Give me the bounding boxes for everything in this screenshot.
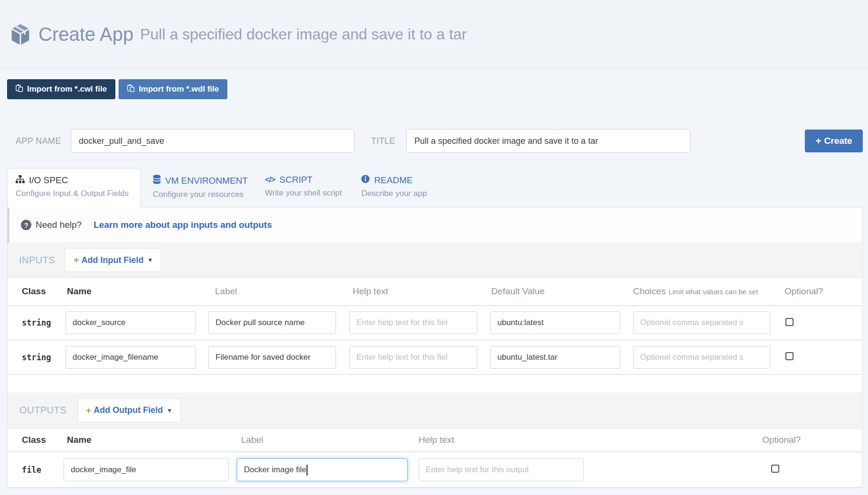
add-output-field-label: Add Output Field	[93, 405, 163, 415]
import-wdl-button[interactable]: Import from *.wdl file	[119, 79, 227, 99]
tab-sublabel: Configure Input & Output Fields	[16, 189, 140, 198]
input-help-field[interactable]	[349, 311, 477, 334]
column-header-name: Name	[64, 435, 229, 445]
input-help-field[interactable]	[349, 346, 477, 369]
tab-script[interactable]: </> SCRIPT Write your shell script	[265, 168, 342, 207]
caret-down-icon: ▼	[167, 407, 172, 414]
input-class: string	[22, 318, 65, 327]
learn-more-link[interactable]: Learn more about app inputs and outputs	[93, 220, 272, 230]
database-icon	[153, 175, 161, 187]
input-name-field[interactable]	[65, 311, 196, 334]
tab-bar: I/O SPEC Configure Input & Output Fields…	[7, 168, 868, 207]
page-title: Create App	[38, 24, 133, 45]
page-subtitle: Pull a specified docker image and save i…	[140, 26, 467, 43]
optional-checkbox[interactable]	[785, 318, 793, 326]
sitemap-icon	[16, 175, 25, 186]
column-header-help: Help text	[349, 286, 477, 297]
title-label: TITLE	[371, 136, 395, 146]
need-help-row: ? Need help? Learn more about app inputs…	[7, 207, 862, 243]
outputs-section-label: OUTPUTS	[19, 405, 66, 416]
need-help-text: Need help?	[36, 220, 82, 230]
input-default-field[interactable]	[490, 346, 620, 369]
create-button-label: Create	[824, 136, 852, 146]
text-cursor	[307, 465, 308, 476]
table-row: file	[8, 452, 862, 488]
tab-io-spec[interactable]: I/O SPEC Configure Input & Output Fields	[7, 168, 140, 207]
column-header-class: Class	[22, 435, 64, 445]
column-header-choices: ChoicesLimit what values can be set	[633, 286, 770, 297]
outputs-section-header: OUTPUTS + Add Output Field ▼	[8, 392, 862, 429]
question-icon: ?	[21, 220, 31, 230]
code-icon: </>	[265, 175, 275, 185]
tab-label: SCRIPT	[280, 175, 313, 185]
plus-icon: +	[74, 255, 79, 265]
page-header: Create App Pull a specified docker image…	[0, 0, 868, 69]
table-row: string	[8, 306, 862, 340]
column-header-optional: Optional?	[784, 286, 837, 297]
tab-sublabel: Describe your app	[361, 189, 427, 198]
optional-checkbox[interactable]	[771, 465, 779, 473]
column-header-class: Class	[22, 286, 65, 297]
input-choices-field[interactable]	[633, 311, 770, 334]
import-cwl-button[interactable]: Import from *.cwl file	[7, 79, 115, 99]
inputs-section-header: INPUTS + Add Input Field ▼	[8, 243, 862, 278]
io-spec-panel: ? Need help? Learn more about app inputs…	[7, 207, 863, 488]
import-toolbar: Import from *.cwl file Import from *.wdl…	[7, 79, 868, 99]
input-choices-field[interactable]	[633, 346, 770, 369]
input-name-field[interactable]	[65, 346, 196, 369]
add-output-field-button[interactable]: + Add Output Field ▼	[77, 399, 181, 422]
tab-vm-environment[interactable]: VM ENVIRONMENT Configure your resources	[153, 168, 248, 207]
add-input-field-button[interactable]: + Add Input Field ▼	[65, 248, 161, 272]
paste-icon	[16, 84, 23, 94]
inputs-table-header: Class Name Label Help text Default Value…	[8, 278, 862, 306]
output-help-field[interactable]	[419, 458, 584, 481]
column-header-name: Name	[65, 286, 196, 297]
create-button[interactable]: + Create	[805, 130, 863, 152]
tab-readme[interactable]: README Describe your app	[361, 168, 427, 207]
output-name-field[interactable]	[64, 458, 229, 481]
import-wdl-label: Import from *.wdl file	[139, 84, 219, 94]
column-header-optional: Optional?	[762, 435, 819, 445]
tab-sublabel: Configure your resources	[153, 190, 248, 199]
add-input-field-label: Add Input Field	[81, 255, 143, 265]
tab-label: I/O SPEC	[29, 175, 68, 186]
column-header-label: Label	[237, 435, 408, 445]
output-class: file	[22, 465, 64, 475]
output-label-field[interactable]	[237, 458, 408, 481]
input-label-field[interactable]	[208, 346, 336, 369]
column-header-default: Default Value	[490, 286, 620, 297]
choices-hint: Limit what values can be set	[669, 288, 758, 296]
input-class: string	[22, 353, 65, 362]
optional-checkbox[interactable]	[785, 352, 793, 360]
app-name-input[interactable]	[71, 129, 355, 153]
table-row: string	[8, 340, 862, 375]
import-cwl-label: Import from *.cwl file	[27, 84, 107, 94]
caret-down-icon: ▼	[147, 257, 153, 263]
tab-label: VM ENVIRONMENT	[165, 176, 248, 186]
column-header-help: Help text	[419, 435, 584, 445]
tab-sublabel: Write your shell script	[265, 188, 342, 198]
outputs-table-header: Class Name Label Help text Optional?	[8, 429, 862, 452]
paste-icon	[127, 84, 135, 94]
column-header-label: Label	[208, 286, 336, 297]
inputs-section-label: INPUTS	[19, 255, 55, 266]
info-icon	[361, 175, 370, 186]
app-meta-form: APP NAME TITLE + Create	[7, 129, 863, 153]
title-input[interactable]	[406, 129, 691, 153]
cube-icon	[10, 23, 31, 46]
plus-icon: +	[86, 405, 91, 416]
plus-icon: +	[815, 135, 821, 147]
app-name-label: APP NAME	[16, 136, 61, 146]
tab-label: README	[374, 175, 412, 186]
input-label-field[interactable]	[208, 311, 336, 334]
section-gap	[8, 375, 862, 392]
input-default-field[interactable]	[490, 311, 620, 334]
